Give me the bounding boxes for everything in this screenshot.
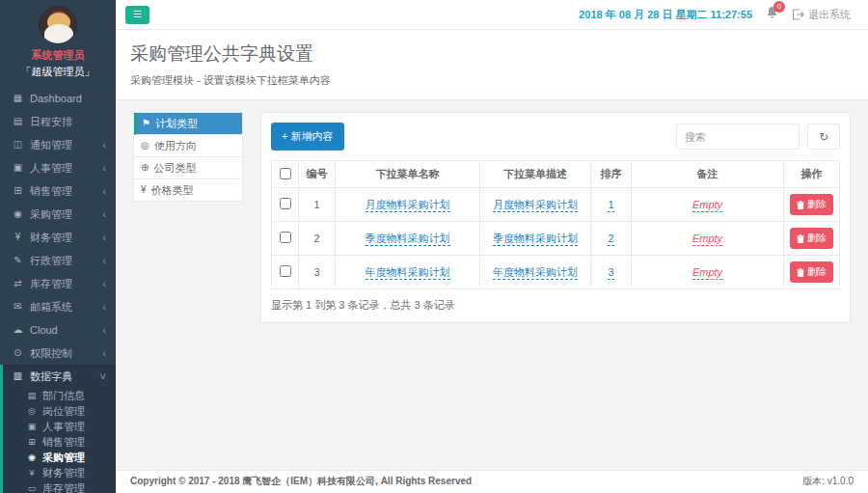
logout-label: 退出系统: [808, 8, 851, 22]
sidebar-item-admin[interactable]: ✎ 行政管理 ‹: [0, 249, 116, 272]
cell-note-editable[interactable]: Empty: [692, 233, 722, 246]
chevron-left-icon: ‹: [102, 301, 106, 313]
cell-name-editable[interactable]: 年度物料采购计划: [366, 266, 450, 280]
cell-note-editable[interactable]: Empty: [692, 266, 722, 280]
header-name: 下拉菜单名称: [336, 161, 480, 188]
delete-button[interactable]: 删除: [790, 228, 833, 249]
sidebar-item-hr[interactable]: ▣ 人事管理 ‹: [0, 156, 116, 179]
search-input[interactable]: [676, 123, 800, 150]
cell-note-editable[interactable]: Empty: [692, 199, 722, 212]
building-icon: ▤: [26, 390, 38, 401]
sidebar-item-label: 采购管理: [30, 208, 72, 220]
sidebar-subitem-label: 财务管理: [42, 467, 85, 479]
delete-button[interactable]: 删除: [790, 261, 833, 283]
sidebar-item-label: 人事管理: [30, 162, 72, 174]
flag-icon: ⚑: [142, 118, 150, 129]
dictionary-table: 编号 下拉菜单名称 下拉菜单描述 排序 备注 操作 1 月度物料采购计划 月度物…: [271, 160, 840, 289]
trash-icon: [797, 201, 804, 209]
sidebar-item-notice[interactable]: ◫ 通知管理 ‹: [0, 133, 116, 156]
cell-desc-editable[interactable]: 月度物料采购计划: [493, 199, 578, 212]
sidebar-item-dictionary[interactable]: ▥ 数据字典 ˅: [3, 365, 116, 388]
cell-name-editable[interactable]: 季度物料采购计划: [366, 233, 450, 246]
notice-icon: ◫: [12, 139, 24, 151]
table-icon: ▥: [12, 370, 24, 382]
yen-icon: ¥: [26, 467, 38, 479]
sidebar-item-inventory[interactable]: ⇄ 库存管理 ‹: [0, 272, 116, 295]
page-heading: 采购管理公共字典设置 采购管理模块 - 设置该模块下拉框菜单内容: [116, 30, 868, 100]
category-item-usage-direction[interactable]: ◎ 使用方向: [134, 135, 242, 157]
sidebar-item-cloud[interactable]: ☁ Cloud ‹: [0, 318, 116, 342]
cell-name-editable[interactable]: 月度物料采购计划: [366, 199, 450, 212]
category-label: 价格类型: [151, 184, 194, 196]
sidebar-subitem-hr[interactable]: ▣ 人事管理: [3, 419, 116, 434]
sidebar-item-label: 通知管理: [30, 139, 72, 151]
row-checkbox[interactable]: [280, 232, 291, 243]
sidebar-item-mail[interactable]: ✉ 邮箱系统 ‹: [0, 295, 116, 318]
notifications-button[interactable]: 0: [766, 6, 778, 23]
sidebar-subitem-label: 库存管理: [42, 482, 85, 493]
cell-sort-editable[interactable]: 1: [608, 199, 613, 212]
add-content-button[interactable]: + 新增内容: [271, 123, 344, 151]
sidebar-subitem-inventory[interactable]: ▭ 库存管理: [3, 480, 116, 493]
category-item-company-type[interactable]: ⊕ 公司类型: [134, 157, 242, 179]
yen-icon: ¥: [12, 232, 24, 243]
row-checkbox[interactable]: [280, 265, 291, 277]
user-profile[interactable]: 系统管理员 「超级管理员」: [0, 0, 116, 85]
cell-desc-editable[interactable]: 季度物料采购计划: [493, 233, 578, 246]
page-title: 采购管理公共字典设置: [130, 41, 854, 67]
cell-no: 3: [299, 256, 336, 289]
sidebar-item-dashboard[interactable]: ▦ Dashboard: [0, 87, 116, 110]
category-item-plan-type[interactable]: ⚑ 计划类型: [134, 113, 242, 135]
hamburger-button[interactable]: ☰: [125, 6, 149, 24]
cell-sort-editable[interactable]: 3: [608, 266, 613, 280]
sidebar-subitem-department[interactable]: ▤ 部门信息: [3, 388, 116, 403]
sidebar-item-purchase[interactable]: ◉ 采购管理 ‹: [0, 203, 116, 226]
delete-button[interactable]: 删除: [790, 194, 833, 215]
user-role: 「超级管理员」: [4, 65, 112, 79]
row-checkbox[interactable]: [280, 198, 291, 209]
top-navbar: ☰ 2018 年 08 月 28 日 星期二 11:27:55 0 退出系统: [116, 0, 868, 30]
circle-icon: ◉: [12, 208, 24, 220]
sidebar-item-label: 权限控制: [30, 347, 72, 359]
user-name: 系统管理员: [4, 48, 112, 63]
delete-label: 删除: [807, 232, 827, 245]
dictionary-panel: + 新增内容 ↻ 编号 下拉菜单名称 下拉菜单描述 排序 备注 操作: [260, 112, 851, 323]
refresh-icon: ↻: [819, 130, 828, 144]
select-all-checkbox[interactable]: [280, 168, 291, 179]
refresh-button[interactable]: ↻: [807, 123, 840, 150]
category-item-price-type[interactable]: ¥ 价格类型: [134, 179, 242, 201]
header-note: 备注: [632, 161, 784, 188]
category-label: 计划类型: [155, 118, 198, 129]
cell-sort-editable[interactable]: 2: [608, 233, 613, 246]
sidebar-subitem-purchase[interactable]: ◉ 采购管理: [3, 450, 116, 465]
sidebar-item-permission[interactable]: ⊙ 权限控制 ‹: [0, 342, 116, 365]
delete-label: 删除: [807, 265, 827, 279]
sidebar-subitem-finance[interactable]: ¥ 财务管理: [3, 465, 116, 480]
cloud-icon: ☁: [12, 324, 24, 336]
cell-desc-editable[interactable]: 年度物料采购计划: [493, 266, 578, 280]
chevron-left-icon: ‹: [102, 324, 106, 336]
sidebar-item-label: 日程安排: [30, 116, 72, 127]
sidebar-item-finance[interactable]: ¥ 财务管理 ‹: [0, 226, 116, 249]
sidebar-item-label: 销售管理: [30, 185, 72, 197]
sidebar-item-sales[interactable]: ⊞ 销售管理 ‹: [0, 179, 116, 203]
info-icon: ⊙: [12, 347, 24, 359]
target-icon: ◎: [26, 405, 38, 417]
plus-circle-icon: ⊕: [141, 162, 149, 174]
avatar: [39, 6, 77, 44]
chevron-down-icon: ˅: [100, 370, 106, 382]
sidebar-subitem-sales[interactable]: ⊞ 销售管理: [3, 434, 116, 450]
logout-button[interactable]: 退出系统: [792, 8, 851, 22]
cell-no: 2: [299, 222, 336, 256]
table-header-row: 编号 下拉菜单名称 下拉菜单描述 排序 备注 操作: [272, 161, 840, 188]
table-toolbar: + 新增内容 ↻: [271, 123, 840, 151]
header-no: 编号: [299, 161, 336, 188]
sidebar-item-label: Cloud: [30, 324, 58, 336]
sidebar-item-schedule[interactable]: ▤ 日程安排: [0, 110, 116, 133]
sidebar-subitem-position[interactable]: ◎ 岗位管理: [3, 403, 116, 419]
calendar-icon: ▤: [12, 116, 24, 127]
chevron-left-icon: ‹: [102, 208, 106, 220]
sidebar-subitem-label: 人事管理: [42, 421, 85, 432]
sidebar-item-label: 邮箱系统: [30, 301, 72, 313]
header-sort: 排序: [591, 161, 632, 188]
